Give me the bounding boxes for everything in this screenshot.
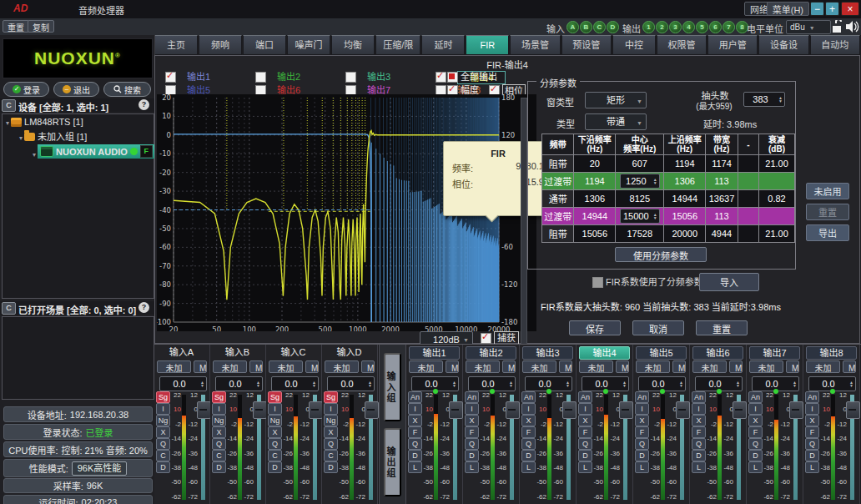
spinner-arrows[interactable]: ▲▼: [366, 381, 374, 387]
device-header-c-button[interactable]: C: [2, 99, 16, 112]
group-assign-button[interactable]: 未加组: [466, 360, 500, 373]
gain-spinner[interactable]: 0.0▲▼: [327, 376, 375, 391]
channel-title[interactable]: 输出8: [806, 346, 857, 360]
fader-handle[interactable]: [309, 401, 323, 419]
spin-down-icon[interactable]: ▼: [312, 384, 316, 387]
spinner-arrows[interactable]: ▲▼: [652, 213, 659, 219]
output1-checkbox[interactable]: ✓: [165, 72, 176, 83]
spinner-arrows[interactable]: ▲▼: [564, 381, 571, 387]
logout-button[interactable]: – 退出: [53, 82, 99, 97]
apply-crossover-button[interactable]: 使用分频参数: [615, 247, 707, 262]
spinner-arrows[interactable]: ▲▼: [677, 381, 685, 387]
fader-handle[interactable]: [449, 401, 463, 419]
fader-handle[interactable]: [365, 401, 379, 419]
mute-button[interactable]: M: [672, 360, 686, 373]
spin-down-icon[interactable]: ▼: [849, 384, 853, 387]
group-assign-button[interactable]: 未加组: [325, 360, 359, 373]
fader-handle[interactable]: [562, 401, 577, 419]
tab-FIR[interactable]: FIR: [466, 35, 509, 55]
menu-button[interactable]: 菜单(H): [767, 2, 809, 16]
spinner-arrows[interactable]: ▲▼: [621, 381, 628, 387]
mute-button[interactable]: M: [361, 360, 375, 373]
group-assign-button[interactable]: 未加组: [522, 360, 556, 373]
fader-handle[interactable]: [733, 401, 747, 419]
panel-splitter[interactable]: [521, 98, 527, 350]
output3-label[interactable]: 输出3: [367, 71, 390, 83]
tab-权限管理[interactable]: 权限管理: [657, 35, 707, 55]
group-assign-button[interactable]: 未加组: [749, 360, 783, 373]
spin-down-icon[interactable]: ▼: [509, 384, 513, 387]
spin-down-icon[interactable]: ▼: [566, 384, 570, 387]
tab-自动均衡[interactable]: 自动均衡: [810, 35, 860, 55]
group-assign-button[interactable]: 未加组: [157, 360, 191, 373]
tab-压缩/限幅[interactable]: 压缩/限幅: [375, 35, 420, 55]
spinner-arrows[interactable]: ▲▼: [848, 381, 855, 387]
scene-help-icon[interactable]: ?: [138, 302, 149, 313]
tree-item-selected[interactable]: NUOXUN AUDIOF: [38, 144, 154, 159]
filter-type-select[interactable]: 带通▼: [585, 113, 647, 130]
spinner-arrows[interactable]: ▲▼: [199, 381, 206, 387]
spin-down-icon[interactable]: ▼: [452, 384, 456, 387]
mute-button[interactable]: M: [843, 360, 856, 373]
output3-checkbox[interactable]: [345, 72, 356, 83]
fir-chart[interactable]: 20100-10-20-30-40-50-60-70-80-90-1001801…: [157, 94, 536, 331]
spin-down-icon[interactable]: ▼: [256, 384, 260, 387]
group-assign-button[interactable]: 未加组: [213, 360, 247, 373]
coeff-used-checkbox[interactable]: [592, 277, 603, 288]
mute-button[interactable]: M: [502, 360, 516, 373]
fader-handle[interactable]: [253, 401, 267, 419]
search-button[interactable]: 搜索: [103, 82, 151, 97]
input-group-button[interactable]: 输入组: [384, 353, 401, 421]
channel-title[interactable]: 输出7: [749, 346, 800, 360]
mute-button[interactable]: M: [249, 360, 263, 373]
tab-均衡[interactable]: 均衡: [331, 35, 375, 55]
maximize-button[interactable]: +: [825, 2, 839, 16]
tab-延时[interactable]: 延时: [421, 35, 465, 55]
spinner-arrows[interactable]: ▲▼: [310, 381, 318, 387]
spinner-arrows[interactable]: ▲▼: [791, 381, 798, 387]
spin-down-icon[interactable]: ▼: [200, 384, 204, 387]
reset-fir-button[interactable]: 重置: [696, 320, 748, 335]
group-assign-button[interactable]: 未加组: [269, 360, 303, 373]
capture-checkbox[interactable]: ✓: [481, 333, 491, 344]
spin-down-icon[interactable]: ▼: [793, 384, 797, 387]
mute-button[interactable]: M: [446, 360, 459, 373]
fader-handle[interactable]: [676, 401, 690, 419]
fader-handle[interactable]: [197, 401, 211, 419]
taps-spinner[interactable]: 383▲▼: [743, 92, 785, 107]
tab-场景管理[interactable]: 场景管理: [510, 35, 560, 55]
speaker-icon[interactable]: [845, 20, 859, 33]
mute-button[interactable]: M: [305, 360, 319, 373]
login-button[interactable]: ✓ 登录: [3, 82, 49, 97]
device-help-icon[interactable]: ?: [138, 99, 149, 110]
spinner-arrows[interactable]: ▲▼: [734, 381, 742, 387]
spinner-arrows[interactable]: ▲▼: [652, 178, 659, 184]
tree-expand-icon[interactable]: ▾: [33, 151, 36, 159]
mute-button[interactable]: M: [559, 360, 572, 373]
output2-label[interactable]: 输出2: [277, 71, 300, 83]
tree-item[interactable]: ▾未加入组 [1]: [3, 129, 154, 144]
tree-expand-icon[interactable]: ▾: [6, 119, 9, 127]
scene-header-c-button[interactable]: C: [2, 302, 16, 315]
fader-handle[interactable]: [846, 401, 860, 419]
group-assign-button[interactable]: 未加组: [806, 360, 840, 373]
tab-噪声门[interactable]: 噪声门: [287, 35, 330, 55]
tab-用户管理[interactable]: 用户管理: [707, 35, 758, 55]
mute-button[interactable]: M: [786, 360, 799, 373]
cancel-button[interactable]: 取消: [632, 320, 684, 335]
output1-label[interactable]: 输出1: [187, 71, 210, 83]
output-group-button[interactable]: 输出组: [384, 428, 401, 496]
tree-expand-icon[interactable]: ▾: [19, 134, 23, 142]
close-button[interactable]: ×: [841, 2, 859, 16]
channel-title[interactable]: 输出6: [692, 346, 743, 360]
tab-频响[interactable]: 频响: [199, 35, 242, 55]
gain-spinner[interactable]: 0.0▲▼: [159, 376, 207, 391]
mute-button[interactable]: M: [616, 360, 629, 373]
performance-mode-button[interactable]: 96K高性能: [72, 461, 128, 476]
level-unit-select[interactable]: dBu▼: [786, 20, 831, 34]
side-button-未启用[interactable]: 未启用: [806, 183, 849, 199]
group-assign-button[interactable]: 未加组: [409, 360, 443, 373]
gain-spinner[interactable]: 0.0▲▼: [271, 376, 319, 391]
spinner-arrows[interactable]: ▲▼: [507, 381, 515, 387]
window-type-select[interactable]: 矩形▼: [585, 92, 647, 108]
